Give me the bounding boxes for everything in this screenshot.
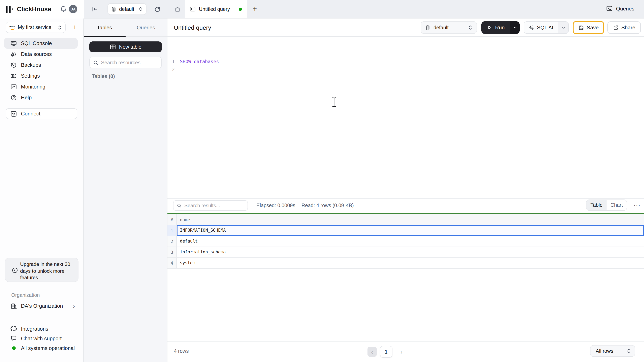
data-sources-icon [10,51,17,57]
table-row[interactable]: 4 system [168,258,644,269]
tab-tables[interactable]: Tables [84,18,125,36]
home-tab[interactable] [170,0,185,18]
organization-name: DA's Organization [21,303,69,309]
chat-bubble-icon [10,335,17,342]
table-row[interactable]: 1 INFORMATION_SCHEMA [168,225,644,236]
clickhouse-bars-icon [6,5,14,13]
explorer-tabs: Tables Queries [84,18,167,37]
puzzle-icon [10,325,17,332]
chevron-down-icon [513,25,517,29]
table-grid-icon [110,44,116,50]
tab-strip: default Untitled query [84,0,644,18]
clickhouse-console: ClickHouse DA default [0,0,644,362]
query-header: Untitled query default Run [168,18,644,37]
queries-button[interactable]: Queries [606,5,634,12]
upgrade-notice[interactable]: Upgrade in the next 30 days to unlock mo… [5,258,78,282]
tab-queries[interactable]: Queries [125,18,167,36]
aws-logo: aws [9,25,15,30]
play-icon [487,25,492,30]
new-tab-button[interactable]: + [251,4,259,13]
tab-title: Untitled query [199,6,236,12]
upgrade-notice-text: Upgrade in the next 30 days to unlock mo… [20,261,76,281]
home-icon [174,6,180,12]
unsaved-dot [239,7,242,11]
sidebar-item-backups[interactable]: Backups [4,59,78,70]
query-workspace: Untitled query default Run [168,18,644,362]
sql-ai-options-button[interactable] [558,22,568,33]
sidebar-item-system-status[interactable]: All systems operational [4,343,80,353]
sql-ai-button[interactable]: SQL AI [524,22,558,33]
sql-ai-button-group: SQL AI [524,21,569,34]
database-selector-value: default [119,6,136,12]
resource-explorer: Tables Queries New table Tables (0) [84,18,168,362]
cell-name[interactable]: system [177,258,644,268]
help-icon [10,94,17,101]
table-row[interactable]: 3 information_schema [168,247,644,258]
query-success-bar [168,213,644,214]
pagination-current-page[interactable]: 1 [380,346,392,358]
sidebar-item-help[interactable]: Help [4,92,78,103]
connect-icon [10,110,17,117]
search-results-box[interactable] [173,200,248,211]
chevron-down-icon [561,25,565,29]
connect-button[interactable]: Connect [6,108,77,119]
refresh-icon[interactable] [154,6,160,12]
status-green-dot [12,346,16,350]
save-button[interactable]: Save [573,21,604,34]
search-icon [93,60,98,65]
notifications-bell-icon[interactable] [60,6,67,12]
service-selector[interactable]: aws My first service [6,22,66,33]
elapsed-label: Elapsed: 0.0009s [256,203,295,208]
chevron-updown-icon [58,25,62,30]
new-table-button[interactable]: New table [89,41,162,52]
brand-name: ClickHouse [17,6,51,13]
add-service-button[interactable]: + [71,23,79,32]
name-column-header[interactable]: name [177,214,190,225]
sidebar-item-sql-console[interactable]: SQL Console [4,38,78,49]
clickhouse-logo: ClickHouse [6,5,51,14]
database-icon [111,6,116,12]
sidebar-item-monitoring[interactable]: Monitoring [4,81,78,92]
queries-label: Queries [616,5,634,11]
run-button[interactable]: Run [482,21,510,34]
sidebar-item-chat-support[interactable]: Chat with support [4,334,80,343]
sql-code: SHOW databases [180,57,219,65]
line-number: 1 [168,57,175,65]
query-database-value: default [434,25,465,30]
pagination-prev-button[interactable]: ‹ [368,347,377,357]
results-menu-icon[interactable]: ⋯ [632,200,643,211]
editor-line: 1 SHOW databases [168,57,219,65]
query-title[interactable]: Untitled query [174,24,211,31]
top-bar: ClickHouse DA default [0,0,644,18]
save-floppy-icon [578,25,584,30]
search-resources-box[interactable] [89,57,162,68]
search-resources-input[interactable] [101,60,162,65]
table-row[interactable]: 2 default [168,236,644,247]
sidebar-item-data-sources[interactable]: Data sources [4,49,78,59]
backups-icon [10,62,17,68]
page-size-value: All rows [596,348,627,354]
sidebar-item-integrations[interactable]: Integrations [4,324,80,334]
sql-editor[interactable]: 1 SHOW databases 2 [168,37,644,198]
collapse-sidebar-icon[interactable] [91,6,98,12]
view-toggle-table[interactable]: Table [586,200,606,210]
search-results-input[interactable] [184,203,248,208]
query-database-selector[interactable]: default [420,21,477,34]
database-selector[interactable]: default [108,3,146,15]
page-size-selector[interactable]: All rows [590,345,635,357]
tab-untitled-query[interactable]: Untitled query [185,0,247,18]
cell-name[interactable]: INFORMATION_SCHEMA [177,225,644,236]
database-icon [425,25,430,30]
organization-item[interactable]: DA's Organization › [4,301,80,311]
settings-icon [10,73,17,79]
share-button[interactable]: Share [607,21,641,34]
pagination-next-button[interactable]: › [397,347,406,357]
building-icon [10,303,17,309]
cell-name[interactable]: information_schema [177,247,644,257]
cell-name[interactable]: default [177,236,644,247]
user-avatar[interactable]: DA [69,5,77,13]
sidebar-item-settings[interactable]: Settings [4,70,78,81]
view-toggle-chart[interactable]: Chart [606,200,627,210]
run-options-button[interactable] [510,21,520,34]
tables-count-label: Tables (0) [92,74,115,79]
